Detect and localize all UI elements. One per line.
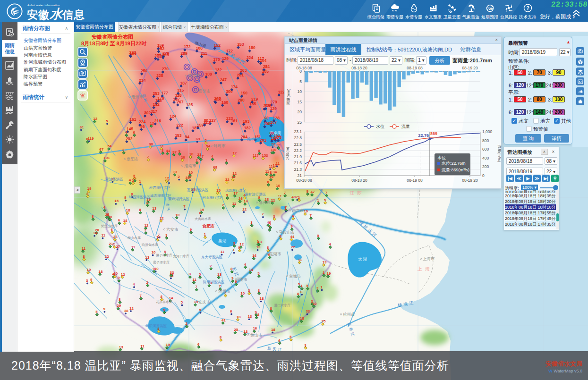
svg-text:5: 5 xyxy=(95,310,98,314)
svg-text:7: 7 xyxy=(310,213,312,218)
svg-text:224: 224 xyxy=(247,55,253,60)
svg-text:222: 222 xyxy=(177,123,183,127)
svg-text:1: 1 xyxy=(321,285,323,289)
svg-text:317: 317 xyxy=(151,109,157,114)
svg-text:153: 153 xyxy=(175,133,181,138)
svg-text:5: 5 xyxy=(298,282,300,286)
svg-text:宣城市: 宣城市 xyxy=(289,274,301,279)
svg-text:280: 280 xyxy=(238,98,245,102)
svg-text:7: 7 xyxy=(183,204,186,209)
svg-text:11: 11 xyxy=(269,164,273,169)
svg-text:淮南市: 淮南市 xyxy=(184,163,196,168)
svg-text:29: 29 xyxy=(117,304,121,308)
svg-text:44: 44 xyxy=(166,149,170,153)
svg-text:8: 8 xyxy=(119,297,121,302)
svg-text:龙河口水库: 龙河口水库 xyxy=(173,254,189,258)
svg-text:40: 40 xyxy=(291,195,296,199)
svg-text:9: 9 xyxy=(153,267,155,271)
svg-text:8: 8 xyxy=(86,192,89,196)
svg-text:41: 41 xyxy=(222,318,226,322)
svg-text:6: 6 xyxy=(199,211,202,215)
svg-text:15: 15 xyxy=(216,188,221,193)
svg-text:8: 8 xyxy=(270,170,272,175)
svg-text:13: 13 xyxy=(323,260,327,264)
svg-text:10: 10 xyxy=(152,250,156,254)
svg-text:94: 94 xyxy=(185,135,190,139)
svg-text:11: 11 xyxy=(140,344,145,348)
svg-text:22: 22 xyxy=(291,245,295,249)
svg-text:城西湖蓄洪区: 城西湖蓄洪区 xyxy=(128,195,151,199)
svg-text:阜阳市: 阜阳市 xyxy=(126,157,139,161)
svg-text:224: 224 xyxy=(139,119,145,124)
svg-text:7: 7 xyxy=(140,294,142,298)
svg-text:6: 6 xyxy=(111,228,113,232)
svg-text:315: 315 xyxy=(177,88,184,93)
svg-text:19: 19 xyxy=(327,271,331,276)
svg-text:水位:22.76m: 水位:22.76m xyxy=(442,161,466,166)
svg-text:170: 170 xyxy=(213,57,220,62)
svg-text:12: 12 xyxy=(129,306,134,311)
svg-text:10: 10 xyxy=(272,148,276,152)
svg-text:14: 14 xyxy=(244,199,248,203)
svg-text:5: 5 xyxy=(163,308,165,312)
svg-text:800: 800 xyxy=(482,138,489,143)
svg-text:佛子岭水库: 佛子岭水库 xyxy=(156,253,172,257)
svg-text:228: 228 xyxy=(156,73,163,78)
svg-text:9: 9 xyxy=(255,310,257,314)
svg-text:117: 117 xyxy=(271,136,278,141)
svg-text:5: 5 xyxy=(307,284,309,288)
svg-text:14: 14 xyxy=(169,296,173,300)
svg-text:华阳河蓄洪区: 华阳河蓄洪区 xyxy=(145,324,167,328)
svg-text:22: 22 xyxy=(271,198,275,203)
svg-text:182: 182 xyxy=(244,126,251,130)
svg-text:11: 11 xyxy=(277,143,281,147)
svg-text:流量(m³/s): 流量(m³/s) xyxy=(497,145,502,162)
svg-text:22.5: 22.5 xyxy=(294,142,302,147)
svg-text:鲇鱼山水库: 鲇鱼山水库 xyxy=(101,224,118,228)
svg-text:23: 23 xyxy=(197,152,202,157)
svg-text:2: 2 xyxy=(196,158,198,162)
svg-text:204: 204 xyxy=(260,58,266,63)
svg-text:12: 12 xyxy=(144,223,148,228)
svg-text:池州市: 池州市 xyxy=(218,289,230,294)
svg-text:3: 3 xyxy=(250,220,253,225)
svg-text:15: 15 xyxy=(298,100,302,104)
svg-text:8: 8 xyxy=(139,208,141,212)
svg-text:港口湾水库: 港口湾水库 xyxy=(274,304,290,307)
svg-text:302: 302 xyxy=(144,110,151,115)
svg-text:19: 19 xyxy=(194,300,198,304)
svg-text:9: 9 xyxy=(190,228,192,232)
svg-text:2: 2 xyxy=(178,175,180,179)
svg-text:13: 13 xyxy=(217,272,222,277)
svg-text:22: 22 xyxy=(160,216,164,220)
svg-text:200: 200 xyxy=(264,121,270,126)
svg-text:34: 34 xyxy=(273,170,277,174)
svg-text:7: 7 xyxy=(262,212,264,216)
svg-text:安徽省雨情分布图: 安徽省雨情分布图 xyxy=(92,34,133,40)
svg-text:4: 4 xyxy=(329,242,331,246)
svg-text:180: 180 xyxy=(249,45,256,50)
svg-text:119: 119 xyxy=(88,136,94,141)
svg-text:160: 160 xyxy=(222,100,228,105)
svg-text:8: 8 xyxy=(270,306,272,311)
svg-text:400: 400 xyxy=(482,156,489,160)
svg-text:18: 18 xyxy=(237,315,241,319)
svg-text:4: 4 xyxy=(125,130,128,135)
svg-text:梅山水库: 梅山水库 xyxy=(127,236,141,240)
svg-text:9: 9 xyxy=(179,149,181,153)
svg-text:水位: 水位 xyxy=(376,124,384,129)
svg-text:32: 32 xyxy=(225,177,230,182)
svg-text:3: 3 xyxy=(86,279,88,283)
svg-text:326: 326 xyxy=(265,103,272,108)
svg-text:5: 5 xyxy=(106,119,108,123)
svg-text:24: 24 xyxy=(113,235,118,239)
svg-text:159: 159 xyxy=(197,123,204,127)
svg-text:1: 1 xyxy=(257,239,259,244)
svg-text:13: 13 xyxy=(248,314,252,319)
svg-text:201: 201 xyxy=(260,138,266,143)
svg-text:10: 10 xyxy=(154,267,159,271)
svg-text:16: 16 xyxy=(253,326,257,330)
svg-text:11: 11 xyxy=(82,246,86,251)
svg-text:177: 177 xyxy=(162,91,168,95)
svg-text:253: 253 xyxy=(153,91,160,96)
